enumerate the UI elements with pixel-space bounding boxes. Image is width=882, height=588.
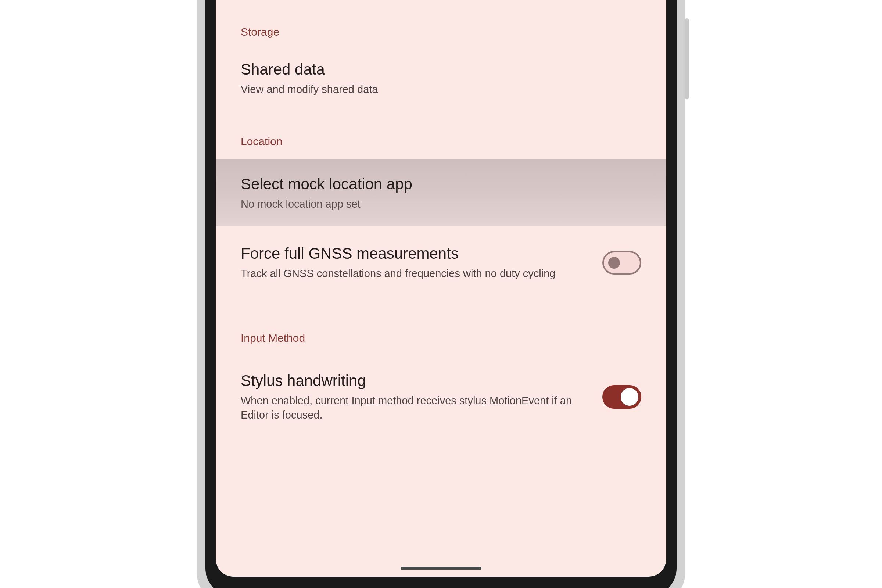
toggle-knob xyxy=(621,388,638,406)
navigation-handle[interactable] xyxy=(400,567,482,570)
select-mock-location-subtitle: No mock location app set xyxy=(241,197,627,212)
stylus-handwriting-title: Stylus handwriting xyxy=(241,372,588,390)
force-gnss-subtitle: Track all GNSS constellations and freque… xyxy=(241,266,588,281)
stylus-handwriting-toggle[interactable] xyxy=(602,385,641,409)
force-gnss-toggle[interactable] xyxy=(602,251,641,274)
force-gnss-title: Force full GNSS measurements xyxy=(241,244,588,263)
phone-side-button xyxy=(685,18,689,99)
toggle-knob xyxy=(608,257,620,268)
phone-mockup: Storage Shared data View and modify shar… xyxy=(196,0,686,588)
section-header-location: Location xyxy=(216,130,666,159)
spacer xyxy=(216,294,666,327)
section-header-storage: Storage xyxy=(216,21,666,49)
phone-frame-bezel: Storage Shared data View and modify shar… xyxy=(206,0,676,588)
select-mock-location-text: Select mock location app No mock locatio… xyxy=(241,175,641,212)
shared-data-row[interactable]: Shared data View and modify shared data xyxy=(216,49,666,110)
stylus-handwriting-text: Stylus handwriting When enabled, current… xyxy=(241,372,602,423)
phone-frame-outer: Storage Shared data View and modify shar… xyxy=(196,0,686,588)
stylus-handwriting-subtitle: When enabled, current Input method recei… xyxy=(241,394,588,422)
section-header-input-method: Input Method xyxy=(216,327,666,356)
force-gnss-row[interactable]: Force full GNSS measurements Track all G… xyxy=(216,226,666,294)
select-mock-location-row[interactable]: Select mock location app No mock locatio… xyxy=(216,159,666,226)
shared-data-text: Shared data View and modify shared data xyxy=(241,60,641,97)
phone-screen: Storage Shared data View and modify shar… xyxy=(216,0,666,577)
shared-data-title: Shared data xyxy=(241,60,627,79)
shared-data-subtitle: View and modify shared data xyxy=(241,82,627,97)
select-mock-location-title: Select mock location app xyxy=(241,175,627,193)
settings-list: Storage Shared data View and modify shar… xyxy=(216,0,666,435)
force-gnss-text: Force full GNSS measurements Track all G… xyxy=(241,244,602,281)
spacer xyxy=(216,110,666,130)
stylus-handwriting-row[interactable]: Stylus handwriting When enabled, current… xyxy=(216,356,666,435)
